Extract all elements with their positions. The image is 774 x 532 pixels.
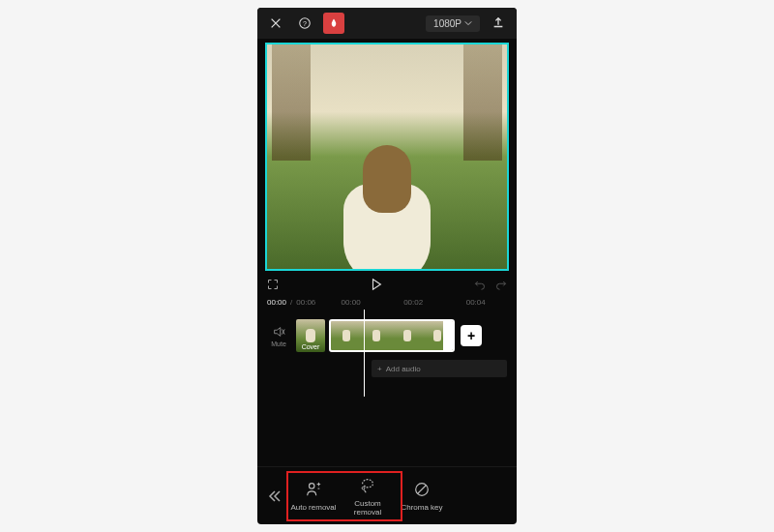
- time-mark: 00:00: [342, 298, 361, 310]
- back-button[interactable]: [263, 477, 286, 516]
- add-audio-label: Add audio: [386, 365, 421, 373]
- cover-button[interactable]: Cover: [296, 319, 325, 352]
- tool-label: Auto removal: [290, 503, 336, 512]
- total-time: 00:06: [296, 298, 315, 310]
- top-toolbar: ? 1080P: [257, 8, 517, 39]
- resolution-label: 1080P: [433, 18, 461, 29]
- mute-label: Mute: [271, 340, 286, 347]
- time-mark: 00:02: [403, 298, 423, 310]
- chevron-down-icon: [464, 20, 472, 26]
- tool-chroma-key[interactable]: Chroma key: [395, 476, 449, 516]
- svg-point-2: [310, 484, 314, 488]
- undo-icon[interactable]: [474, 279, 486, 290]
- play-icon[interactable]: [370, 278, 383, 291]
- time-separator: /: [290, 298, 292, 310]
- cover-label: Cover: [296, 343, 325, 350]
- plus-icon: +: [377, 365, 382, 373]
- circle-slash-icon: [412, 480, 432, 499]
- help-icon[interactable]: ?: [294, 13, 315, 34]
- resolution-dropdown[interactable]: 1080P: [426, 15, 480, 32]
- current-time: 00:00: [267, 298, 286, 310]
- playback-controls: [257, 271, 517, 298]
- video-track: Mute Cover +: [265, 317, 509, 354]
- tool-label: Custom removal: [341, 499, 395, 517]
- mute-button[interactable]: Mute: [265, 325, 292, 347]
- tool-custom-removal[interactable]: Custom removal: [341, 472, 395, 520]
- export-icon[interactable]: [488, 13, 509, 34]
- fullscreen-icon[interactable]: [267, 279, 279, 290]
- video-editor-screen: ? 1080P: [257, 8, 517, 524]
- chevrons-left-icon: [267, 488, 283, 504]
- add-clip-button[interactable]: +: [461, 325, 482, 346]
- bottom-toolbar: Auto removal Custom removal Chroma key: [257, 466, 517, 524]
- redo-icon[interactable]: [495, 279, 507, 290]
- speaker-muted-icon: [272, 325, 285, 339]
- svg-point-3: [362, 487, 365, 489]
- preview-image: [267, 44, 507, 269]
- svg-text:?: ?: [303, 20, 307, 27]
- timeline[interactable]: Mute Cover + + Add audio: [257, 310, 517, 397]
- timecode-bar: 00:00 / 00:06 00:00 00:02 00:04: [257, 298, 517, 310]
- plus-icon: +: [467, 328, 475, 343]
- video-preview[interactable]: [265, 43, 509, 271]
- time-mark: 00:04: [466, 298, 486, 310]
- tool-auto-removal[interactable]: Auto removal: [286, 476, 341, 516]
- person-auto-icon: [304, 480, 323, 499]
- close-icon[interactable]: [265, 13, 286, 34]
- lasso-icon: [358, 476, 377, 495]
- add-audio-button[interactable]: + Add audio: [372, 360, 507, 377]
- video-clip[interactable]: [329, 319, 455, 352]
- playhead[interactable]: [364, 310, 365, 397]
- flame-icon[interactable]: [323, 13, 344, 34]
- tool-label: Chroma key: [401, 503, 442, 512]
